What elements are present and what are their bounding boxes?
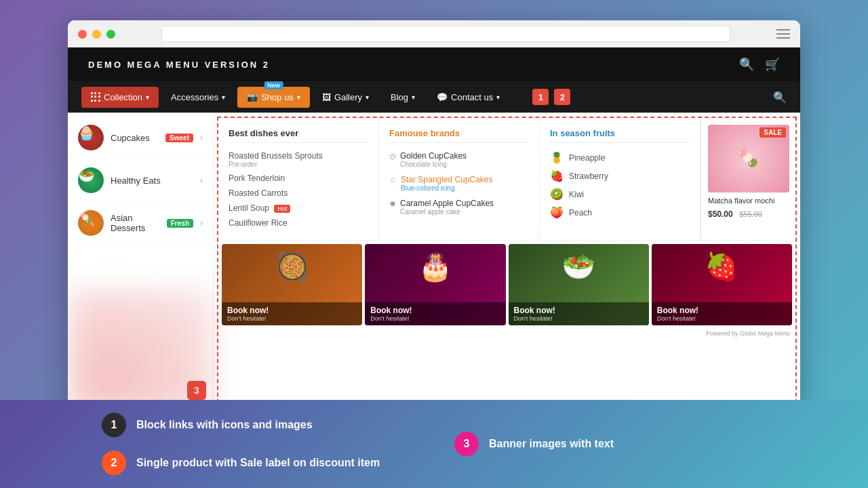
- product-pricing: $50.00 $55.00: [708, 207, 789, 220]
- food-item-cauliflower[interactable]: Cauliflower Rice: [229, 218, 368, 228]
- sweet-tag: Sweet: [165, 134, 193, 142]
- price-new: $50.00: [708, 209, 733, 219]
- feature-2: 2 Single product with Sale label on disc…: [102, 451, 414, 475]
- powered-text: Powered by Globo Mega Menu: [218, 329, 795, 338]
- feature-badge-2: 2: [102, 451, 126, 475]
- chevron-down-icon: ▾: [366, 94, 369, 101]
- browser-menu-icon[interactable]: [776, 29, 790, 39]
- gallery-label: Gallery: [334, 92, 362, 102]
- star-icon: ☆: [389, 176, 397, 185]
- in-season-column: In season fruits 🍍 Pineapple 🍓 Strawberr…: [540, 118, 701, 240]
- accessories-label: Accessories: [171, 92, 218, 102]
- mega-sidebar: 🧁 Cupcakes Sweet › 🥗 Healthy Eats › 🍡: [68, 113, 214, 413]
- food-item-lentil[interactable]: Lentil Soup Hot: [229, 203, 368, 213]
- browser-titlebar: [68, 20, 800, 47]
- brand-caramel[interactable]: ✸ Caramel Apple CupCakes Caramel apple c…: [389, 199, 529, 216]
- banner-item-3[interactable]: 🥗 Book now! Don't hesitate!: [509, 244, 649, 325]
- mega-menu-container: 🧁 Cupcakes Sweet › 🥗 Healthy Eats › 🍡: [68, 113, 800, 413]
- brand-golden[interactable]: ⊙ Golden CupCakes Chocolate Icing: [389, 151, 529, 168]
- website-content: DEMO MEGA MENU VERSION 2 🔍 🛒 Collection …: [68, 47, 800, 413]
- banner-text-1: Book now! Don't hesitate!: [222, 302, 362, 325]
- chat-icon: 💬: [437, 92, 448, 102]
- sale-badge: SALE: [760, 127, 786, 138]
- menu-item-blog[interactable]: Blog ▾: [381, 87, 425, 108]
- brand-star-spangled[interactable]: ☆ Star Spangled CupCakes Blue-colored ic…: [389, 175, 529, 192]
- asian-label: Asian Desserts: [111, 213, 160, 233]
- kiwi-icon: 🥝: [550, 188, 564, 201]
- pineapple-icon: 🍍: [550, 151, 564, 164]
- mega-content: Best dishes ever Roasted Brussels Sprout…: [217, 117, 797, 410]
- best-dishes-column: Best dishes ever Roasted Brussels Sprout…: [218, 118, 379, 240]
- asterisk-icon: ✸: [389, 199, 396, 209]
- food-icon-1: 🥘: [275, 251, 309, 283]
- minimize-button[interactable]: [92, 30, 101, 39]
- new-badge: New: [264, 81, 283, 89]
- feature-3: 3 Banner images with text: [454, 432, 766, 456]
- sidebar-item-healthy[interactable]: 🥗 Healthy Eats ›: [68, 159, 213, 202]
- product-card[interactable]: SALE 🍡 Matcha flavor mochi $50.00 $55.00: [701, 118, 795, 240]
- menu-item-accessories[interactable]: Accessories ▾: [161, 87, 235, 108]
- feature-text-2: Single product with Sale label on discou…: [136, 457, 380, 469]
- in-season-title: In season fruits: [550, 128, 690, 143]
- fruit-kiwi[interactable]: 🥝 Kiwi: [550, 188, 690, 201]
- mega-top-section: Best dishes ever Roasted Brussels Sprout…: [218, 118, 795, 240]
- address-bar[interactable]: [161, 26, 730, 42]
- circle-icon: ⊙: [389, 152, 396, 161]
- healthy-thumbnail: 🥗: [78, 167, 104, 193]
- menu-item-gallery[interactable]: 🖼 Gallery ▾: [313, 87, 378, 108]
- fresh-tag: Fresh: [167, 219, 193, 228]
- menu-line: [776, 29, 790, 30]
- fruit-peach[interactable]: 🍑 Peach: [550, 206, 690, 219]
- famous-brands-title: Famouse brands: [389, 128, 529, 143]
- menu-line: [776, 37, 790, 39]
- chevron-down-icon: ▾: [222, 94, 225, 101]
- chevron-down-icon: ▾: [297, 94, 300, 101]
- search-icon[interactable]: 🔍: [773, 91, 787, 104]
- grid-icon: [91, 92, 100, 102]
- asian-thumbnail: 🍡: [78, 210, 104, 236]
- nav-icons: 🔍 🛒: [739, 57, 780, 72]
- features-left: 1 Block links with icons and images 2 Si…: [102, 413, 414, 475]
- menu-item-collection[interactable]: Collection ▾: [81, 87, 159, 108]
- banner-text-4: Book now! Don't hesitate!: [652, 302, 792, 325]
- search-icon[interactable]: 🔍: [739, 57, 754, 72]
- close-button[interactable]: [78, 30, 87, 39]
- menu-bar: Collection ▾ Accessories ▾ New 📷 Shop us…: [68, 81, 800, 113]
- hot-tag: Hot: [274, 205, 290, 213]
- food-item-carrots[interactable]: Roasted Carrots: [229, 188, 368, 198]
- contact-label: Contact us: [451, 92, 493, 102]
- feature-1: 1 Block links with icons and images: [102, 413, 414, 437]
- feature-text-1: Block links with icons and images: [136, 419, 313, 431]
- chevron-down-icon: ▾: [496, 94, 500, 101]
- menu-item-shopus[interactable]: New 📷 Shop us ▾: [237, 87, 310, 108]
- collection-label: Collection: [104, 92, 142, 102]
- menu-item-contact[interactable]: 💬 Contact us ▾: [427, 87, 509, 108]
- cupcakes-label: Cupcakes: [111, 133, 159, 143]
- browser-window: DEMO MEGA MENU VERSION 2 🔍 🛒 Collection …: [68, 20, 800, 413]
- badge-1: 1: [532, 89, 549, 105]
- banner-item-2[interactable]: 🎂 Book now! Don't hesitate!: [365, 244, 505, 325]
- sidebar-item-cupcakes[interactable]: 🧁 Cupcakes Sweet ›: [68, 117, 213, 159]
- banner-text-2: Book now! Don't hesitate!: [365, 302, 505, 325]
- cart-icon[interactable]: 🛒: [765, 57, 780, 72]
- banner-item-4[interactable]: 🍓 Book now! Don't hesitate!: [652, 244, 792, 325]
- best-dishes-title: Best dishes ever: [229, 128, 368, 143]
- shopus-label: Shop us: [261, 92, 294, 102]
- cupcakes-thumbnail: 🧁: [78, 125, 104, 150]
- price-old: $55.00: [739, 210, 762, 218]
- chevron-right-icon: ›: [200, 218, 203, 228]
- food-item-pork[interactable]: Pork Tenderloin: [229, 174, 368, 183]
- feature-text-3: Banner images with text: [489, 438, 614, 450]
- badge-2: 2: [554, 89, 570, 105]
- sidebar-item-asian[interactable]: 🍡 Asian Desserts Fresh ›: [68, 202, 213, 245]
- camera-icon: 📷: [247, 92, 258, 102]
- chevron-right-icon: ›: [200, 176, 203, 185]
- banner-text-3: Book now! Don't hesitate!: [509, 302, 649, 325]
- fruit-pineapple[interactable]: 🍍 Pineapple: [550, 151, 690, 164]
- maximize-button[interactable]: [106, 30, 115, 39]
- chevron-down-icon: ▾: [412, 94, 415, 101]
- peach-icon: 🍑: [550, 206, 564, 219]
- banner-item-1[interactable]: 🥘 Book now! Don't hesitate!: [222, 244, 362, 325]
- fruit-strawberry[interactable]: 🍓 Strawberry: [550, 169, 690, 182]
- food-item-brussels[interactable]: Roasted Brussels Sprouts Pre-order: [229, 151, 368, 168]
